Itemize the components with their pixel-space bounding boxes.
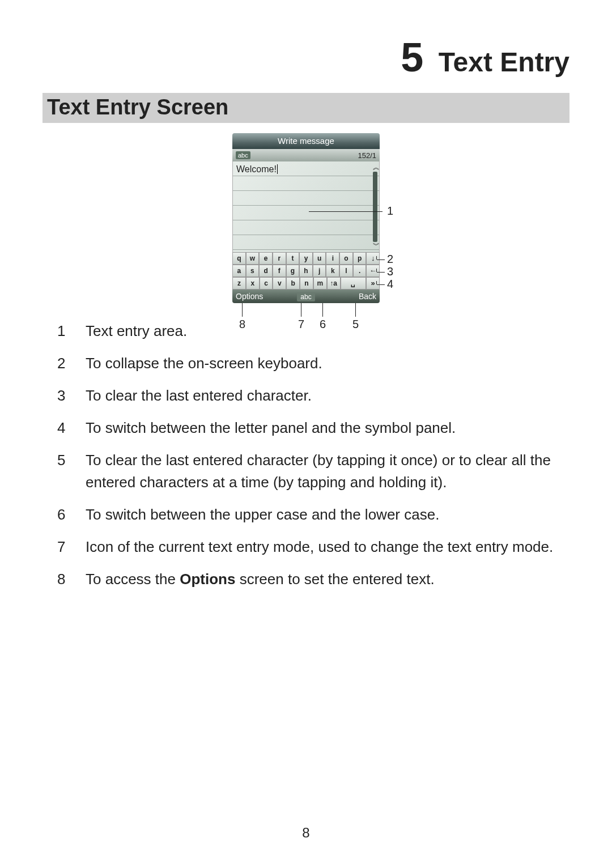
callout-4: 4 xyxy=(387,278,393,291)
key-symbols[interactable]: » xyxy=(366,277,380,290)
key-c[interactable]: c xyxy=(260,277,273,290)
key-j[interactable]: j xyxy=(313,265,326,277)
key-u[interactable]: u xyxy=(313,252,326,265)
legend-item: 5 To clear the last entered character (b… xyxy=(57,449,555,493)
key-m[interactable]: m xyxy=(313,277,327,290)
key-o[interactable]: o xyxy=(339,252,353,265)
scrollbar[interactable]: ︽ ︾ xyxy=(373,164,377,250)
keyboard-row-1: q w e r t y u i o p ↓ xyxy=(232,252,380,265)
key-h[interactable]: h xyxy=(299,265,313,277)
legend-item: 4 To switch between the letter panel and… xyxy=(57,417,555,439)
key-e[interactable]: e xyxy=(259,252,273,265)
keyboard-row-2: a s d f g h j k l . ← xyxy=(232,265,380,277)
legend-list: 1 Text entry area. 2 To collapse the on-… xyxy=(57,320,555,590)
key-w[interactable]: w xyxy=(246,252,260,265)
key-l[interactable]: l xyxy=(339,265,353,277)
key-dot[interactable]: . xyxy=(353,265,367,277)
phone-statusbar: abc 152/1 xyxy=(232,149,380,161)
softkey-mode[interactable]: abc xyxy=(283,292,330,301)
legend-item: 7 Icon of the current text entry mode, u… xyxy=(57,536,555,558)
key-x[interactable]: x xyxy=(246,277,260,290)
legend-item: 1 Text entry area. xyxy=(57,320,555,342)
key-backspace[interactable]: ← xyxy=(366,265,380,277)
legend-item: 3 To clear the last entered character. xyxy=(57,385,555,407)
callout-1: 1 xyxy=(387,205,393,218)
key-k[interactable]: k xyxy=(326,265,339,277)
legend-item: 6 To switch between the upper case and t… xyxy=(57,504,555,526)
char-counter: 152/1 xyxy=(358,151,376,160)
chapter-title: Text Entry xyxy=(439,46,570,78)
entered-text: Welcome! xyxy=(236,164,278,174)
key-shift[interactable]: ↑a xyxy=(327,277,341,290)
figure: Write message abc 152/1 Welcome! ︽ ︾ q w… xyxy=(42,133,570,303)
key-s[interactable]: s xyxy=(246,265,260,277)
key-t[interactable]: t xyxy=(286,252,300,265)
page-number: 8 xyxy=(0,825,612,841)
key-g[interactable]: g xyxy=(286,265,300,277)
softkey-options[interactable]: Options xyxy=(232,292,283,301)
legend-item: 2 To collapse the on-screen keyboard. xyxy=(57,352,555,375)
key-z[interactable]: z xyxy=(232,277,246,290)
scroll-up-icon[interactable]: ︽ xyxy=(373,164,377,172)
softkey-bar: Options abc Back xyxy=(232,290,380,303)
phone-screenshot: Write message abc 152/1 Welcome! ︽ ︾ q w… xyxy=(232,133,380,303)
text-entry-area[interactable]: Welcome! ︽ ︾ xyxy=(232,161,380,252)
key-r[interactable]: r xyxy=(273,252,286,265)
chapter-number: 5 xyxy=(401,34,423,80)
softkey-back[interactable]: Back xyxy=(329,292,380,301)
legend-item: 8 To access the Options screen to set th… xyxy=(57,568,555,590)
callout-3: 3 xyxy=(387,265,393,278)
key-y[interactable]: y xyxy=(299,252,313,265)
keyboard-row-3: z x c v b n m ↑a ␣ » xyxy=(232,277,380,290)
section-title: Text Entry Screen xyxy=(42,93,570,123)
phone-titlebar: Write message xyxy=(232,133,380,149)
key-q[interactable]: q xyxy=(232,252,246,265)
key-space[interactable]: ␣ xyxy=(341,277,367,290)
key-f[interactable]: f xyxy=(273,265,286,277)
chapter-header: 5 Text Entry xyxy=(42,34,570,80)
key-v[interactable]: v xyxy=(273,277,286,290)
mode-badge: abc xyxy=(236,151,250,159)
key-b[interactable]: b xyxy=(286,277,300,290)
key-p[interactable]: p xyxy=(353,252,367,265)
key-n[interactable]: n xyxy=(300,277,313,290)
scroll-down-icon[interactable]: ︾ xyxy=(373,242,377,250)
key-collapse[interactable]: ↓ xyxy=(366,252,380,265)
on-screen-keyboard[interactable]: q w e r t y u i o p ↓ a s d f g h j k xyxy=(232,252,380,290)
key-a[interactable]: a xyxy=(232,265,246,277)
key-i[interactable]: i xyxy=(326,252,339,265)
key-d[interactable]: d xyxy=(259,265,273,277)
callout-2: 2 xyxy=(387,253,393,266)
